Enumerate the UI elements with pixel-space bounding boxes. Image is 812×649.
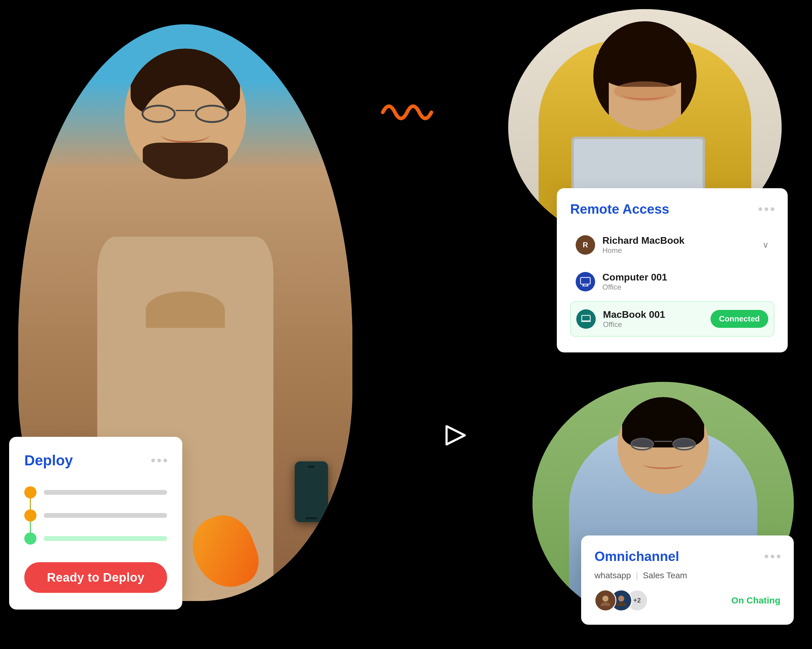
omni-plus-count: +2 [633,596,641,604]
svg-rect-5 [582,315,590,321]
remote-dot-3 [771,207,774,211]
omni-dot-2 [771,555,774,558]
deploy-dot-2 [157,459,161,462]
svg-point-8 [618,596,624,602]
remote-item-computer001[interactable]: Computer 001 Office [570,264,774,299]
remote-name-macbook001: MacBook 001 [603,309,703,320]
remote-info-richard: Richard MacBook Home [602,235,755,255]
omni-team-label: Sales Team [643,571,687,580]
omni-footer: +2 On Chating [594,590,780,611]
deploy-bar-3 [44,536,167,541]
remote-item-macbook001[interactable]: MacBook 001 Office Connected [570,301,774,337]
remote-access-header: Remote Access [570,201,774,217]
deploy-dot-1 [151,459,155,462]
remote-avatar-macbook [576,309,596,329]
wavy-decoration-icon [380,94,434,125]
remote-dot-1 [759,207,762,211]
remote-card-dots [759,207,774,211]
deploy-bar-1 [44,490,167,495]
deploy-bar-2 [44,513,167,518]
remote-item-richard[interactable]: R Richard MacBook Home ∨ [570,228,774,262]
omni-dot-1 [765,555,768,558]
remote-avatar-richard: R [575,235,595,255]
remote-dot-2 [765,207,768,211]
arrow-decoration-icon [444,423,468,449]
deploy-progress-list [24,481,167,550]
svg-point-7 [602,596,609,602]
chevron-down-icon: ∨ [763,240,769,250]
omni-header: Omnichannel [594,549,780,564]
omni-meta: whatsapp | Sales Team [594,571,780,580]
connected-badge: Connected [711,310,768,328]
deploy-progress-item-1 [24,481,167,504]
remote-info-macbook001: MacBook 001 Office [603,309,703,329]
on-chating-badge: On Chating [731,595,780,606]
phone [295,462,328,522]
remote-access-card: Remote Access R Richard MacBook Home ∨ [557,188,788,352]
deploy-dot-green [24,532,37,545]
omni-avatars: +2 [594,590,642,611]
omni-dots [765,555,780,558]
deploy-card-title: Deploy [24,452,73,469]
svg-marker-0 [447,426,465,445]
remote-avatar-computer [575,272,595,291]
deploy-card: Deploy Ready to Deploy [9,437,182,609]
remote-name-computer001: Computer 001 [602,272,769,283]
omni-dot-3 [777,555,780,558]
deploy-dot-orange-1 [24,486,37,498]
deploy-dot-orange-2 [24,509,37,521]
omni-channel-label: whatsapp [594,571,631,580]
deploy-dot-3 [163,459,167,462]
deploy-progress-item-3 [24,527,167,550]
scene: Deploy Ready to Deploy [0,0,812,649]
remote-info-computer001: Computer 001 Office [602,272,769,291]
ready-to-deploy-button[interactable]: Ready to Deploy [24,562,167,593]
omni-separator: | [636,571,638,580]
remote-name-richard: Richard MacBook [602,235,755,246]
remote-sub-richard: Home [602,246,755,255]
omni-avatar-1 [594,590,617,611]
deploy-progress-item-2 [24,504,167,527]
omni-title: Omnichannel [594,549,679,564]
remote-access-title: Remote Access [570,201,669,217]
remote-sub-computer001: Office [602,283,769,291]
deploy-card-header: Deploy [24,452,167,469]
omnichannel-card: Omnichannel whatsapp | Sales Team [581,535,794,625]
svg-rect-1 [580,277,590,284]
remote-sub-macbook001: Office [603,320,703,329]
deploy-card-dots [151,459,167,462]
